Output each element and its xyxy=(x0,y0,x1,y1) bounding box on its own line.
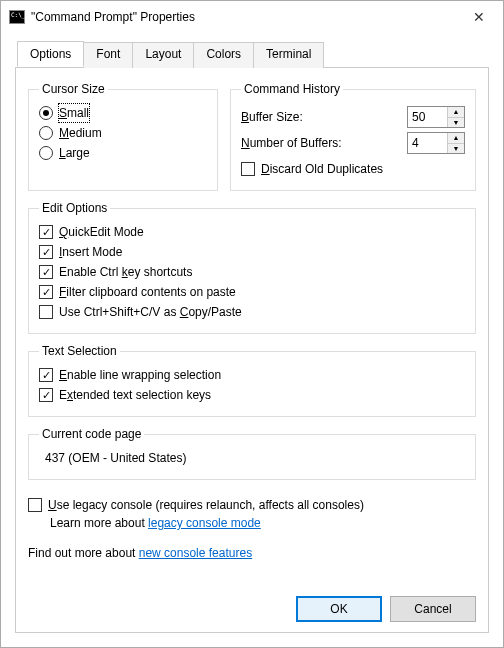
num-buffers-label: Number of Buffers: xyxy=(241,136,342,150)
radio-icon xyxy=(39,146,53,160)
close-button[interactable]: ✕ xyxy=(457,2,501,32)
num-buffers-spinner[interactable]: 4 ▲ ▼ xyxy=(407,132,465,154)
ctrl-shift-cv-checkbox[interactable]: Use Ctrl+Shift+C/V as Copy/Paste xyxy=(39,303,465,321)
spin-down-icon[interactable]: ▼ xyxy=(448,144,464,154)
cancel-button[interactable]: Cancel xyxy=(390,596,476,622)
text-selection-legend: Text Selection xyxy=(39,344,120,358)
edit-options-group: Edit Options QuickEdit Mode Insert Mode … xyxy=(28,201,476,334)
insert-label: Insert Mode xyxy=(59,243,122,261)
radio-icon xyxy=(39,106,53,120)
cursor-small-label: Small xyxy=(59,104,89,122)
ok-button[interactable]: OK xyxy=(296,596,382,622)
properties-window: "Command Prompt" Properties ✕ Options Fo… xyxy=(0,0,504,648)
insert-mode-checkbox[interactable]: Insert Mode xyxy=(39,243,465,261)
tab-options[interactable]: Options xyxy=(17,41,84,67)
cursor-large-radio[interactable]: Large xyxy=(39,144,207,162)
tab-font[interactable]: Font xyxy=(83,42,133,68)
cursor-medium-label: Medium xyxy=(59,124,102,142)
window-title: "Command Prompt" Properties xyxy=(31,10,457,24)
cursor-medium-radio[interactable]: Medium xyxy=(39,124,207,142)
checkbox-icon xyxy=(39,305,53,319)
ctrl-shortcuts-checkbox[interactable]: Enable Ctrl key shortcuts xyxy=(39,263,465,281)
tab-colors[interactable]: Colors xyxy=(193,42,254,68)
code-page-value: 437 (OEM - United States) xyxy=(39,447,465,469)
legacy-console-link[interactable]: legacy console mode xyxy=(148,516,261,530)
cmd-icon xyxy=(9,10,25,24)
code-page-group: Current code page 437 (OEM - United Stat… xyxy=(28,427,476,480)
discard-label: Discard Old Duplicates xyxy=(261,160,383,178)
dialog-buttons: OK Cancel xyxy=(28,584,476,622)
filter-clipboard-checkbox[interactable]: Filter clipboard contents on paste xyxy=(39,283,465,301)
text-selection-group: Text Selection Enable line wrapping sele… xyxy=(28,344,476,417)
tab-strip: Options Font Layout Colors Terminal xyxy=(15,41,489,68)
cursor-large-label: Large xyxy=(59,144,90,162)
checkbox-icon xyxy=(241,162,255,176)
learn-more-line: Learn more about legacy console mode xyxy=(50,516,476,530)
code-page-legend: Current code page xyxy=(39,427,144,441)
checkbox-icon xyxy=(28,498,42,512)
buffer-size-spinner[interactable]: 50 ▲ ▼ xyxy=(407,106,465,128)
spin-up-icon[interactable]: ▲ xyxy=(448,133,464,144)
radio-icon xyxy=(39,126,53,140)
buffer-size-label: Buffer Size: xyxy=(241,110,303,124)
checkbox-icon xyxy=(39,225,53,239)
titlebar[interactable]: "Command Prompt" Properties ✕ xyxy=(1,1,503,33)
spin-down-icon[interactable]: ▼ xyxy=(448,118,464,128)
line-wrapping-checkbox[interactable]: Enable line wrapping selection xyxy=(39,366,465,384)
discard-duplicates-checkbox[interactable]: Discard Old Duplicates xyxy=(241,160,465,178)
options-panel: Cursor Size Small Medium Large xyxy=(15,68,489,633)
checkbox-icon xyxy=(39,388,53,402)
spin-up-icon[interactable]: ▲ xyxy=(448,107,464,118)
checkbox-icon xyxy=(39,368,53,382)
command-history-legend: Command History xyxy=(241,82,343,96)
filter-label: Filter clipboard contents on paste xyxy=(59,283,236,301)
quickedit-checkbox[interactable]: QuickEdit Mode xyxy=(39,223,465,241)
legacy-console-checkbox[interactable]: Use legacy console (requires relaunch, a… xyxy=(28,496,476,514)
tab-terminal[interactable]: Terminal xyxy=(253,42,324,68)
edit-options-legend: Edit Options xyxy=(39,201,110,215)
quickedit-label: QuickEdit Mode xyxy=(59,223,144,241)
ctrlshift-label: Use Ctrl+Shift+C/V as Copy/Paste xyxy=(59,303,242,321)
cursor-size-group: Cursor Size Small Medium Large xyxy=(28,82,218,191)
find-out-line: Find out more about new console features xyxy=(28,546,476,560)
checkbox-icon xyxy=(39,265,53,279)
ctrl-shortcuts-label: Enable Ctrl key shortcuts xyxy=(59,263,192,281)
new-console-features-link[interactable]: new console features xyxy=(139,546,252,560)
checkbox-icon xyxy=(39,285,53,299)
extended-label: Extended text selection keys xyxy=(59,386,211,404)
num-buffers-value[interactable]: 4 xyxy=(408,133,447,153)
legacy-label: Use legacy console (requires relaunch, a… xyxy=(48,496,364,514)
cursor-small-radio[interactable]: Small xyxy=(39,104,207,122)
tab-layout[interactable]: Layout xyxy=(132,42,194,68)
client-area: Options Font Layout Colors Terminal Curs… xyxy=(1,33,503,647)
cursor-size-legend: Cursor Size xyxy=(39,82,108,96)
extended-selection-checkbox[interactable]: Extended text selection keys xyxy=(39,386,465,404)
linewrap-label: Enable line wrapping selection xyxy=(59,366,221,384)
command-history-group: Command History Buffer Size: 50 ▲ ▼ Numb… xyxy=(230,82,476,191)
buffer-size-value[interactable]: 50 xyxy=(408,107,447,127)
checkbox-icon xyxy=(39,245,53,259)
